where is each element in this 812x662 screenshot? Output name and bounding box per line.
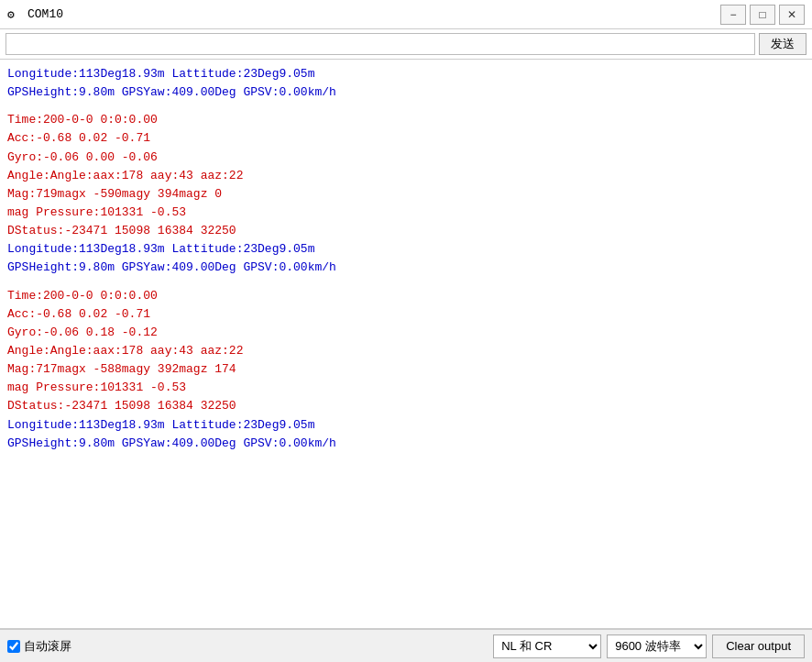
title-bar: ⚙ COM10 − □ ✕ — [0, 0, 812, 29]
output-line: Angle:Angle:aax:178 aay:43 aaz:22 — [7, 342, 805, 360]
autoscroll-text: 自动滚屏 — [24, 638, 71, 655]
line-ending-dropdown[interactable]: NL 和 CRNo line endingNewlineCarriage ret… — [493, 634, 601, 658]
output-line: mag Pressure:101331 -0.53 — [7, 204, 805, 222]
toolbar: 发送 — [0, 29, 812, 60]
output-line — [7, 278, 805, 287]
output-line: Longitude:113Deg18.93m Lattitude:23Deg9.… — [7, 65, 805, 83]
minimize-button[interactable]: − — [720, 5, 746, 25]
baudrate-dropdown[interactable]: 9600 波特率300 波特率1200 波特率2400 波特率4800 波特率1… — [607, 634, 707, 658]
output-line: Time:200-0-0 0:0:0.00 — [7, 287, 805, 305]
output-line: DStatus:-23471 15098 16384 32250 — [7, 222, 805, 240]
output-line: GPSHeight:9.80m GPSYaw:409.00Deg GPSV:0.… — [7, 83, 805, 102]
output-line — [7, 102, 805, 111]
send-button[interactable]: 发送 — [759, 33, 807, 55]
send-input[interactable] — [5, 33, 755, 55]
output-line: Mag:717magx -588magy 392magz 174 — [7, 360, 805, 379]
window-title: COM10 — [27, 7, 720, 21]
app-icon: ⚙ — [7, 7, 22, 22]
output-line: Gyro:-0.06 0.00 -0.06 — [7, 149, 805, 167]
output-area[interactable]: Longitude:113Deg18.93m Lattitude:23Deg9.… — [0, 60, 812, 629]
output-line: Mag:719magx -590magy 394magz 0 — [7, 185, 805, 204]
output-line: GPSHeight:9.80m GPSYaw:409.00Deg GPSV:0.… — [7, 435, 805, 453]
output-line: Longitude:113Deg18.93m Lattitude:23Deg9.… — [7, 416, 805, 435]
output-line: Longitude:113Deg18.93m Lattitude:23Deg9.… — [7, 240, 805, 259]
clear-output-button[interactable]: Clear output — [712, 634, 805, 658]
output-line: Time:200-0-0 0:0:0.00 — [7, 111, 805, 129]
output-line: mag Pressure:101331 -0.53 — [7, 379, 805, 397]
output-line: Angle:Angle:aax:178 aay:43 aaz:22 — [7, 167, 805, 185]
output-line: DStatus:-23471 15098 16384 32250 — [7, 397, 805, 415]
window-controls: − □ ✕ — [720, 5, 805, 25]
status-bar: 自动滚屏 NL 和 CRNo line endingNewlineCarriag… — [0, 629, 812, 662]
output-line: Acc:-0.68 0.02 -0.71 — [7, 129, 805, 148]
autoscroll-label[interactable]: 自动滚屏 — [7, 638, 71, 655]
maximize-button[interactable]: □ — [750, 5, 775, 25]
output-line: GPSHeight:9.80m GPSYaw:409.00Deg GPSV:0.… — [7, 259, 805, 277]
output-line: Acc:-0.68 0.02 -0.71 — [7, 305, 805, 324]
output-line: Gyro:-0.06 0.18 -0.12 — [7, 324, 805, 342]
close-button[interactable]: ✕ — [779, 5, 805, 25]
autoscroll-checkbox[interactable] — [7, 640, 20, 653]
